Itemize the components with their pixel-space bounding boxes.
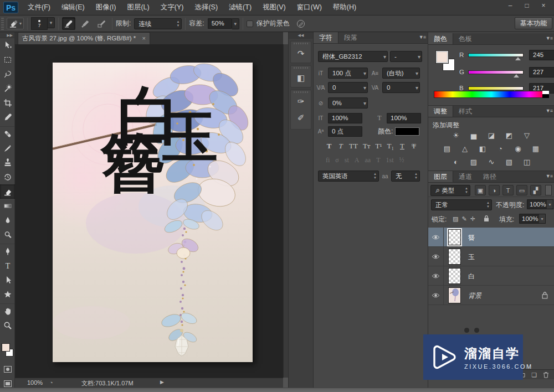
blend-mode-select[interactable]: 正常 ▲▼: [431, 199, 492, 210]
text-style-button[interactable]: T: [337, 142, 344, 151]
toolbar-collapse-arrows[interactable]: ▶▶: [0, 32, 14, 38]
adjustment-icon[interactable]: ▦: [529, 143, 542, 154]
menu-item[interactable]: 窗口(W): [291, 0, 327, 15]
quick-selection-tool[interactable]: [0, 81, 15, 96]
adjustment-icon[interactable]: ◫: [520, 157, 534, 167]
spot-healing-brush-tool[interactable]: [0, 127, 15, 141]
visibility-toggle[interactable]: [428, 247, 444, 266]
white-black-wells[interactable]: [542, 91, 549, 98]
lasso-tool[interactable]: [0, 67, 15, 81]
text-style-button[interactable]: T₁: [387, 142, 394, 151]
panel-menu-icon[interactable]: ▼≡: [546, 35, 552, 41]
adjustment-icon[interactable]: ◩: [502, 130, 516, 141]
layer-filter-icon[interactable]: T: [502, 185, 514, 195]
foreground-color-swatch[interactable]: [436, 51, 448, 63]
opentype-button[interactable]: aa: [365, 156, 371, 164]
workspace-switcher-button[interactable]: 基本功能: [515, 17, 552, 29]
opentype-button[interactable]: ½: [399, 156, 404, 164]
brush-preset-picker[interactable]: 7 ▾: [31, 17, 55, 30]
adjustment-icon[interactable]: ◐: [449, 157, 463, 167]
new-layer-icon[interactable]: ❏: [531, 370, 537, 379]
limit-select[interactable]: 连续 ▲▼: [134, 18, 182, 29]
text-color-swatch[interactable]: [395, 127, 419, 136]
baseline-shift-input[interactable]: 0 点: [328, 126, 362, 137]
layer-name[interactable]: 玉: [468, 252, 475, 262]
tab-swatches[interactable]: 色板: [453, 33, 478, 44]
layer-name[interactable]: 背景: [468, 291, 481, 301]
blue-slider[interactable]: [468, 86, 524, 90]
quick-mask-button[interactable]: [0, 363, 15, 375]
red-slider[interactable]: [468, 53, 524, 57]
eraser-tool[interactable]: [0, 184, 15, 199]
antialias-select[interactable]: 无 ▲▼: [391, 171, 420, 182]
path-selection-tool[interactable]: [0, 273, 15, 287]
chevron-down-icon[interactable]: ▾: [232, 18, 239, 29]
language-select[interactable]: 英国英语 ▲▼: [318, 171, 379, 182]
opacity-input[interactable]: 100%: [527, 199, 548, 209]
horizontal-scale-input[interactable]: 100%: [387, 113, 421, 123]
adjustment-icon[interactable]: △: [458, 143, 471, 154]
text-style-button[interactable]: TT: [349, 142, 358, 151]
layer-filter-icon[interactable]: ▣: [475, 185, 486, 195]
dock-expand-arrows[interactable]: ◀◀: [289, 32, 313, 39]
layer-row-background[interactable]: 背景: [428, 286, 554, 305]
adjustment-icon[interactable]: ▽: [520, 130, 534, 141]
green-slider[interactable]: [468, 70, 524, 74]
history-brush-tool[interactable]: [0, 170, 15, 184]
fill-input[interactable]: 100%: [519, 214, 541, 224]
tab-channels[interactable]: 通道: [453, 171, 478, 182]
adjustment-icon[interactable]: ◔: [494, 143, 507, 154]
sampling-background-button[interactable]: [95, 17, 109, 30]
adjustment-icon[interactable]: ☀: [449, 130, 463, 141]
layer-filter-toggle[interactable]: [545, 185, 552, 195]
layer-thumbnail[interactable]: [448, 229, 461, 245]
green-value-input[interactable]: 227: [529, 67, 554, 78]
gradient-tool[interactable]: [0, 199, 15, 213]
adjustment-icon[interactable]: ◪: [485, 130, 498, 141]
zoom-tool[interactable]: [0, 318, 15, 333]
tolerance-input[interactable]: 50%: [208, 18, 232, 29]
close-button[interactable]: ×: [535, 1, 552, 11]
layer-row-yu[interactable]: 玉: [428, 247, 554, 266]
adjustment-icon[interactable]: ▅: [467, 130, 480, 141]
layer-filter-icon[interactable]: ▭: [516, 185, 527, 195]
text-style-button[interactable]: T: [326, 142, 332, 151]
menu-item[interactable]: 图像(I): [90, 0, 122, 15]
adjustment-icon[interactable]: ∿: [485, 157, 498, 167]
move-tool[interactable]: [0, 38, 15, 53]
lock-option-icon[interactable]: ▨: [453, 215, 458, 222]
proportional-spacing-select[interactable]: 0% ▾: [328, 97, 368, 109]
chevron-down-icon[interactable]: ▾: [539, 214, 546, 224]
canvas-scrollbar[interactable]: [283, 44, 288, 378]
opentype-button[interactable]: st: [345, 156, 349, 164]
opentype-button[interactable]: A: [355, 156, 360, 164]
clone-stamp-tool[interactable]: [0, 156, 15, 170]
visibility-toggle[interactable]: [428, 228, 444, 247]
zoom-level-field[interactable]: 100%: [27, 379, 43, 386]
layer-filter-select[interactable]: 🔎︎ 类型 ▲▼: [430, 185, 470, 196]
sampling-once-button[interactable]: [79, 17, 92, 30]
layer-row-bai[interactable]: 白: [428, 266, 554, 286]
adjustment-icon[interactable]: ▧: [502, 157, 516, 167]
panel-menu-icon[interactable]: ▼≡: [546, 108, 552, 114]
tool-preset-picker[interactable]: ▾: [7, 18, 24, 29]
layer-name[interactable]: 白: [468, 272, 475, 281]
leading-select[interactable]: (自动) ▾: [382, 68, 420, 79]
menu-item[interactable]: 视图(V): [257, 0, 291, 15]
document-tab[interactable]: 古风背景 27.jpg @ 100% (簪, RGB/8#) * ×: [18, 32, 150, 44]
opentype-button[interactable]: σ: [335, 156, 338, 164]
text-style-button[interactable]: Tᴛ: [363, 142, 371, 151]
opentype-button[interactable]: 1st: [386, 156, 394, 164]
maximize-button[interactable]: □: [519, 1, 535, 11]
blur-tool[interactable]: [0, 213, 15, 228]
pen-tool[interactable]: [0, 244, 15, 259]
tab-layers[interactable]: 图层: [428, 171, 453, 182]
properties-panel-button[interactable]: ◧: [290, 65, 311, 87]
brush-panels-button[interactable]: ✑ ✐: [290, 90, 311, 130]
text-style-button[interactable]: Ŧ: [411, 142, 417, 151]
hand-tool[interactable]: [0, 304, 15, 318]
menu-item[interactable]: 文件(F): [22, 0, 56, 15]
tab-color[interactable]: 颜色: [428, 33, 453, 44]
layer-name[interactable]: 簪: [468, 233, 475, 243]
canvas-area[interactable]: 白 玉 簪: [15, 44, 283, 378]
